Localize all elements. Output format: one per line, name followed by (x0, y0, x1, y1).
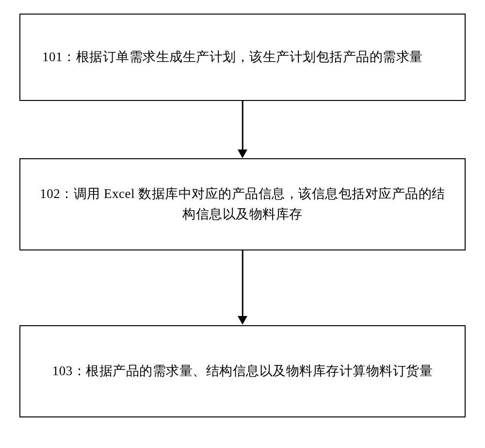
step-101-box: 101：根据订单需求生成生产计划，该生产计划包括产品的需求量 (19, 14, 466, 101)
step-102-text: 102：调用 Excel 数据库中对应的产品信息，该信息包括对应产品的结构信息以… (20, 184, 465, 225)
flowchart-canvas: 101：根据订单需求生成生产计划，该生产计划包括产品的需求量 102：调用 Ex… (0, 0, 485, 448)
step-101-text: 101：根据订单需求生成生产计划，该生产计划包括产品的需求量 (20, 47, 465, 67)
arrow-2-shaft (242, 250, 243, 318)
step-102-box: 102：调用 Excel 数据库中对应的产品信息，该信息包括对应产品的结构信息以… (19, 158, 466, 250)
arrow-1-head-icon (238, 149, 247, 158)
arrow-2-head-icon (238, 316, 247, 325)
arrow-1-shaft (242, 101, 243, 152)
step-103-box: 103：根据产品的需求量、结构信息以及物料库存计算物料订货量 (19, 325, 466, 417)
step-103-text: 103：根据产品的需求量、结构信息以及物料库存计算物料订货量 (38, 361, 448, 382)
